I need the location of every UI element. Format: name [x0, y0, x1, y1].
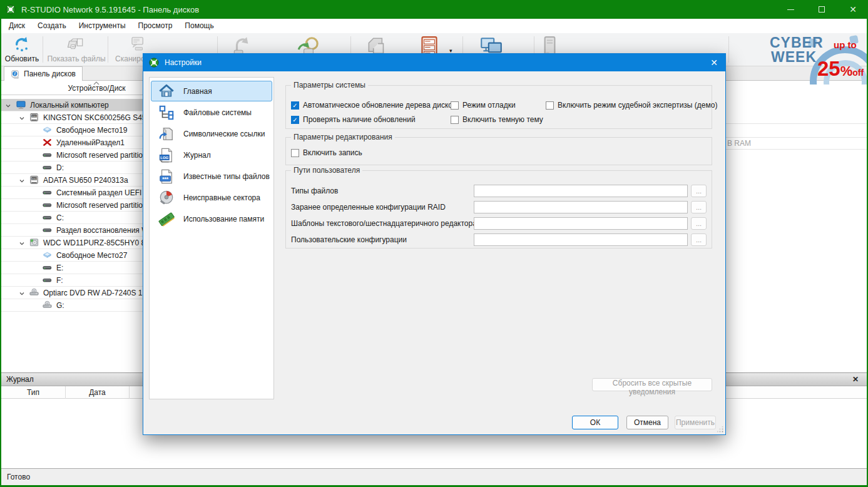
toolbar-show-files-button[interactable]: Показать файлы [45, 34, 108, 65]
path-input[interactable] [474, 233, 688, 246]
journal-column-0[interactable]: Тип [1, 386, 66, 399]
settings-nav-file-systems[interactable]: Файловые системы [151, 102, 272, 123]
promo-banner[interactable]: CYBER WEEK up to 25%off [765, 35, 867, 85]
toolbar-refresh-button[interactable]: Обновить [4, 34, 40, 65]
checkbox-option[interactable]: Режим отладки [451, 101, 516, 110]
title-bar: R-STUDIO Network 9.5.191645 - Панель дис… [0, 0, 868, 19]
dialog-title-bar: Настройки ✕ [143, 54, 725, 71]
checkbox-label: Включить темную тему [462, 115, 543, 124]
tree-row-label: Свободное Место19 [56, 126, 127, 135]
close-button[interactable]: ✕ [842, 0, 864, 19]
menu-item-1[interactable]: Создать [31, 19, 73, 33]
tab-disk-panel[interactable]: i Панель дисков [4, 66, 83, 81]
checkbox-option[interactable]: Включить запись [291, 148, 362, 157]
checkbox-unchecked-icon[interactable] [451, 101, 459, 110]
journal-column-1[interactable]: Дата [66, 386, 130, 399]
checkbox-option[interactable]: Включить темную тему [451, 115, 543, 124]
tree-row-label: Системный раздел UEFI [56, 188, 141, 197]
tab-label: Панель дисков [24, 69, 76, 78]
settings-nav-known-file-types[interactable]: ***Известные типы файлов [151, 166, 272, 187]
menu-item-0[interactable]: Диск [3, 19, 31, 33]
apply-button[interactable]: Применить [675, 416, 716, 429]
free-space-icon [43, 250, 52, 260]
partition-icon [43, 213, 52, 222]
checkbox-option[interactable]: ✓Проверять наличие обновлений [291, 115, 416, 124]
disk-panel-info-icon: i [11, 69, 20, 79]
path-input[interactable] [474, 217, 688, 230]
journal-title: Журнал [6, 375, 34, 384]
banner-word2: WEEK [771, 50, 817, 64]
journal-close-icon[interactable]: ✕ [850, 375, 860, 385]
settings-sidebar: ГлавнаяФайловые системыСимволические ссы… [149, 77, 274, 399]
file-systems-icon [158, 105, 175, 121]
partition-icon [43, 263, 52, 272]
path-input[interactable] [474, 185, 688, 197]
minimize-button[interactable] [780, 0, 801, 19]
app-logo-icon [149, 58, 159, 68]
group-user-paths: Пути пользователя Типы файлов...Заранее … [285, 170, 712, 249]
cancel-button[interactable]: Отмена [626, 416, 668, 429]
status-text: Готово [7, 473, 30, 481]
menu-item-4[interactable]: Помощь [178, 19, 220, 33]
svg-text:SSD: SSD [32, 115, 37, 118]
checkbox-option[interactable]: ✓Автоматическое обновление дерева дисков [291, 101, 456, 110]
window-title: R-STUDIO Network 9.5.191645 - Панель дис… [21, 5, 199, 14]
hdd-icon [29, 238, 39, 247]
settings-dialog: Настройки ✕ ГлавнаяФайловые системыСимво… [143, 53, 726, 435]
tree-row-label: Локальный компьютер [30, 101, 109, 110]
settings-nav-symlinks[interactable]: Символические ссылки [151, 123, 272, 144]
known-file-types-icon: *** [158, 168, 175, 185]
path-label: Шаблоны текстового/шестнадцатеричного ре… [291, 219, 477, 228]
path-label: Заранее определенные конфигурации RAID [291, 203, 446, 212]
menu-item-3[interactable]: Просмотр [132, 19, 179, 33]
settings-nav-label: Использование памяти [183, 215, 264, 223]
ok-button[interactable]: ОК [572, 416, 618, 429]
path-input[interactable] [474, 201, 688, 213]
checkbox-option[interactable]: Включить режим судебной экспертизы (демо… [546, 101, 717, 110]
memory-usage-icon [158, 211, 175, 227]
browse-button[interactable]: ... [691, 233, 707, 246]
ssd-icon: SSD [29, 113, 39, 122]
checkbox-unchecked-icon[interactable] [291, 149, 299, 157]
banner-amount: 25 [817, 57, 840, 80]
checkbox-unchecked-icon[interactable] [451, 116, 459, 124]
menu-item-2[interactable]: Инструменты [73, 19, 132, 33]
checkbox-checked-icon[interactable]: ✓ [291, 116, 299, 124]
tree-row-label: Microsoft reserved partitio [56, 201, 143, 210]
browse-button[interactable]: ... [691, 201, 707, 213]
browse-button[interactable]: ... [691, 185, 707, 197]
symlinks-icon [158, 126, 175, 142]
window-frame-left [0, 19, 1, 485]
status-bar: Готово [1, 468, 867, 485]
tree-row-label: Microsoft reserved partitio [56, 151, 143, 160]
chevron-down-icon[interactable] [19, 290, 25, 296]
checkbox-label: Проверять наличие обновлений [303, 115, 416, 124]
chevron-down-icon[interactable] [5, 102, 11, 108]
browse-button[interactable]: ... [691, 217, 707, 230]
partition-icon [43, 275, 52, 285]
chevron-down-icon[interactable] [19, 240, 25, 246]
chevron-down-icon[interactable] [19, 115, 25, 121]
partition-icon [43, 150, 52, 160]
checkbox-unchecked-icon[interactable] [546, 101, 554, 110]
maximize-button[interactable] [811, 0, 832, 19]
path-row: Пользовательские конфигурации... [286, 233, 712, 246]
dialog-close-icon[interactable]: ✕ [710, 58, 718, 68]
banner-discount: 25%off [817, 58, 864, 79]
partition-icon [43, 225, 52, 235]
tree-row-label: F: [56, 276, 63, 285]
chevron-down-icon[interactable] [19, 177, 25, 183]
partition-icon [43, 200, 52, 210]
tree-row-label: УдаленныйРаздел1 [56, 138, 125, 147]
tree-row-label: Свободное Место27 [56, 251, 127, 260]
path-row: Заранее определенные конфигурации RAID..… [286, 201, 712, 213]
settings-nav-home[interactable]: Главная [151, 81, 272, 101]
group-title: Параметры редактирования [291, 133, 395, 141]
checkbox-checked-icon[interactable]: ✓ [291, 101, 299, 110]
reset-hidden-notifications-button[interactable]: Сбросить все скрытые уведомления [592, 378, 712, 391]
settings-nav-log[interactable]: LOGЖурнал [151, 145, 272, 165]
group-system-params: Параметры системы ✓Автоматическое обновл… [285, 85, 712, 129]
resize-grip[interactable] [717, 426, 723, 433]
settings-nav-memory-usage[interactable]: Использование памяти [151, 208, 272, 229]
settings-nav-bad-sectors[interactable]: Неисправные сектора [151, 187, 272, 208]
